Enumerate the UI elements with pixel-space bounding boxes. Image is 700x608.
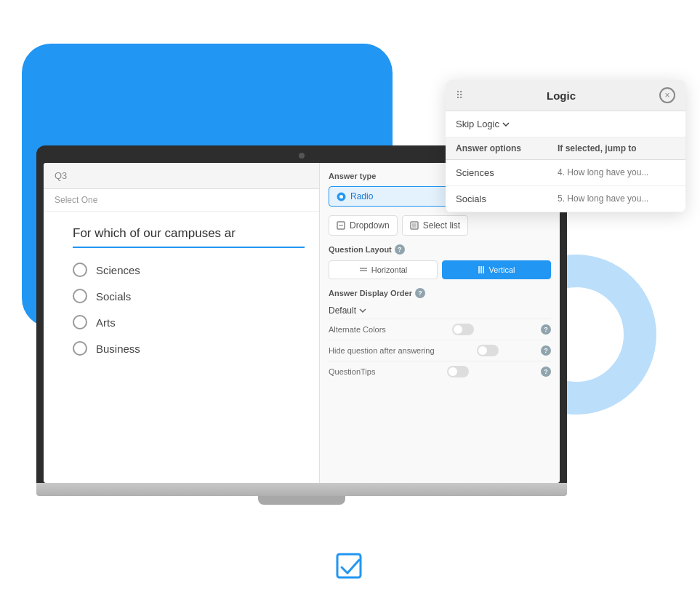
layout-options: Horizontal Vertical	[329, 260, 551, 279]
horizontal-icon	[359, 266, 368, 273]
checkbox-icon	[334, 551, 366, 583]
question-tips-toggle[interactable]	[447, 366, 469, 377]
select-list-type-btn[interactable]: Select list	[402, 215, 468, 236]
radio-socials[interactable]	[73, 289, 87, 303]
answer-label-socials: Socials	[96, 290, 131, 303]
answer-label-business: Business	[96, 343, 140, 355]
alternate-colors-toggle[interactable]	[452, 324, 474, 335]
survey-content: For which of our campuses ar Sciences So…	[44, 212, 319, 483]
dropdown-btn-label: Dropdown	[350, 220, 390, 231]
survey-header: Q3	[44, 163, 319, 189]
skip-logic-chevron	[502, 122, 510, 127]
answer-display-label: Answer Display Order ?	[329, 288, 551, 298]
col-jump-to: If selected, jump to	[547, 137, 685, 159]
question-tips-label: QuestionTips	[329, 367, 375, 376]
svg-rect-13	[337, 554, 361, 577]
logic-subheader: Skip Logic	[446, 111, 685, 137]
hide-question-label: Hide question after answering	[329, 346, 435, 355]
hide-info-icon: ?	[541, 345, 551, 356]
radio-business[interactable]	[73, 341, 87, 356]
logic-table: Answer options If selected, jump to Scie…	[446, 137, 685, 212]
logic-jump-socials: 5. How long have you...	[547, 186, 685, 212]
answer-option-business: Business	[73, 341, 305, 356]
answer-option-arts: Arts	[73, 315, 305, 329]
bottom-icon	[334, 551, 366, 586]
horizontal-layout-btn[interactable]: Horizontal	[329, 260, 438, 279]
logic-row-sciences: Sciences 4. How long have you...	[446, 160, 685, 186]
logic-table-header: Answer options If selected, jump to	[446, 137, 685, 160]
display-info-icon: ?	[415, 288, 425, 298]
chevron-down-icon	[359, 308, 366, 313]
type-row: Dropdown Select list	[329, 215, 551, 236]
answer-option-socials: Socials	[73, 289, 305, 303]
vertical-icon	[478, 265, 485, 274]
select-list-btn-label: Select list	[423, 220, 460, 231]
radio-icon	[337, 192, 346, 201]
logic-header: ⠿ Logic ×	[446, 80, 685, 111]
default-option: Default	[329, 305, 356, 316]
alternate-colors-label: Alternate Colors	[329, 325, 386, 334]
radio-sciences[interactable]	[73, 263, 87, 277]
survey-panel: Q3 Select One For which of our campuses …	[44, 163, 320, 483]
svg-point-1	[339, 195, 343, 199]
dropdown-icon	[337, 221, 345, 230]
answer-option-sciences: Sciences	[73, 263, 305, 277]
logic-title: Logic	[547, 89, 576, 102]
q3-badge: Q3	[55, 170, 67, 181]
alternate-info-icon: ?	[541, 324, 551, 335]
dropdown-type-btn[interactable]: Dropdown	[329, 215, 398, 236]
alternate-colors-row: Alternate Colors ?	[329, 319, 551, 340]
select-list-icon	[410, 221, 419, 230]
laptop-camera	[299, 153, 305, 159]
answer-label-sciences: Sciences	[96, 264, 140, 276]
skip-logic-label: Skip Logic	[456, 119, 499, 129]
logic-close-button[interactable]: ×	[659, 87, 675, 103]
logic-jump-sciences: 4. How long have you...	[547, 160, 685, 185]
logic-panel: ⠿ Logic × Skip Logic Answer options If s…	[446, 80, 685, 212]
laptop-stand	[258, 496, 345, 505]
col-answer-options: Answer options	[446, 137, 547, 159]
answer-label-arts: Arts	[96, 316, 116, 329]
drag-icon: ⠿	[456, 89, 463, 101]
logic-answer-socials: Socials	[446, 186, 547, 212]
radio-btn-label: Radio	[350, 191, 373, 201]
logic-answer-sciences: Sciences	[446, 160, 547, 185]
hide-question-row: Hide question after answering ?	[329, 340, 551, 361]
hide-question-toggle[interactable]	[477, 345, 499, 356]
question-text: For which of our campuses ar	[73, 226, 305, 248]
layout-info-icon: ?	[395, 244, 405, 255]
question-layout-label: Question Layout ?	[329, 244, 551, 255]
vertical-layout-btn[interactable]: Vertical	[442, 260, 551, 279]
skip-logic-button[interactable]: Skip Logic	[456, 119, 510, 129]
tips-info-icon: ?	[541, 367, 551, 377]
select-one-text: Select One	[44, 189, 319, 212]
display-dropdown[interactable]: Default	[329, 303, 551, 319]
logic-row-socials: Socials 5. How long have you...	[446, 186, 685, 212]
laptop-base	[36, 483, 567, 496]
question-tips-row: QuestionTips ?	[329, 361, 551, 382]
radio-arts[interactable]	[73, 315, 87, 329]
